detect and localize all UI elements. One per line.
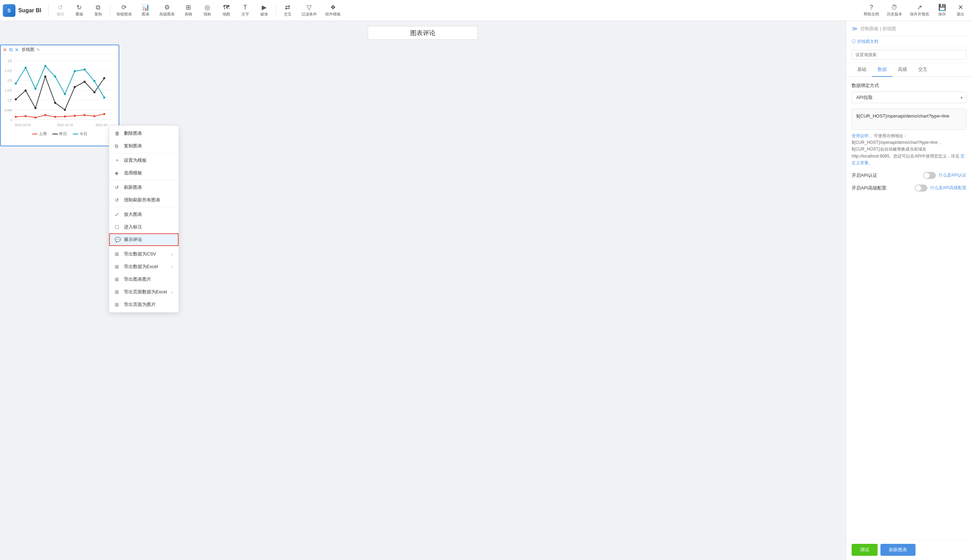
ctx-show-comments[interactable]: 💬 展示评论 bbox=[109, 233, 178, 246]
breadcrumb-current: 折线图 bbox=[882, 26, 896, 31]
ctx-expand-label: 放大图表 bbox=[124, 211, 142, 218]
tab-advanced[interactable]: 高级 bbox=[892, 63, 913, 77]
panel-expand-icon[interactable]: ≫ bbox=[852, 25, 858, 32]
api-advanced-link[interactable]: 什么是API高级配置 bbox=[930, 185, 966, 191]
canvas-area: ✕ ⧉ ✕ 折线图 ✎ bbox=[0, 21, 846, 560]
filter-label: 过滤条件 bbox=[302, 12, 317, 17]
export-csv-icon: ⊞ bbox=[115, 251, 120, 257]
ctx-delete-label: 删除图表 bbox=[124, 130, 142, 137]
widget-title: 折线图 bbox=[22, 47, 34, 53]
text-button[interactable]: T 文字 bbox=[237, 3, 254, 18]
svg-text:1万: 1万 bbox=[7, 98, 12, 102]
smart-chart-button[interactable]: ⟳ 智能图表 bbox=[113, 3, 135, 18]
tab-interact[interactable]: 交互 bbox=[913, 63, 933, 77]
svg-point-18 bbox=[25, 115, 27, 117]
ctx-force-refresh[interactable]: ↺ 强制刷新所有图表 bbox=[109, 194, 178, 206]
legend-dot-last-week bbox=[32, 134, 38, 134]
api-auth-toggle[interactable] bbox=[923, 172, 936, 179]
ctx-export-img-label: 导出图表图片 bbox=[124, 276, 151, 282]
widget-template-button[interactable]: ❖ 组件模板 bbox=[322, 3, 344, 18]
tab-basic[interactable]: 基础 bbox=[852, 63, 872, 77]
page-title-input[interactable] bbox=[368, 26, 478, 40]
search-input[interactable] bbox=[852, 50, 966, 60]
canvas-content[interactable]: ✕ ⧉ ✕ 折线图 ✎ bbox=[0, 45, 846, 560]
tab-data[interactable]: 数据 bbox=[872, 63, 892, 77]
export-page-img-icon: ⊞ bbox=[115, 302, 120, 307]
advanced-chart-label: 高级图表 bbox=[159, 12, 175, 17]
ctx-expand-chart[interactable]: ⤢ 放大图表 bbox=[109, 208, 178, 221]
exit-icon: ✕ bbox=[958, 4, 963, 10]
chart-icon: 📊 bbox=[142, 4, 150, 10]
export-excel-arrow: › bbox=[172, 264, 173, 270]
widget-duplicate-icon[interactable]: ⧉ bbox=[9, 47, 13, 53]
interact-button[interactable]: ⇄ 交互 bbox=[279, 3, 297, 18]
filter-button[interactable]: ▽ 过滤条件 bbox=[298, 3, 320, 18]
svg-point-38 bbox=[25, 67, 27, 69]
refresh-button[interactable]: 刷新图表 bbox=[880, 544, 915, 556]
ctx-export-excel[interactable]: ⊞ 导出数据为Excel › bbox=[109, 260, 178, 273]
svg-point-29 bbox=[34, 107, 37, 109]
advanced-chart-button[interactable]: ⚙ 高级图表 bbox=[156, 3, 178, 18]
undo-button[interactable]: ↺ 撤销 bbox=[52, 3, 69, 18]
breadcrumb-sep: | bbox=[880, 26, 882, 31]
redo-button[interactable]: ↻ 重做 bbox=[70, 3, 88, 18]
save-label: 保存 bbox=[938, 12, 946, 17]
ctx-use-template[interactable]: ◈ 选用模板 bbox=[109, 167, 178, 179]
api-url-box[interactable]: ${CUR_HOST}/openapi/demo/chart?type=line bbox=[852, 109, 966, 130]
advanced-chart-icon: ⚙ bbox=[164, 4, 170, 10]
test-button[interactable]: 调试 bbox=[852, 544, 878, 556]
ctx-set-template-label: 设置为模板 bbox=[124, 157, 147, 163]
chart-widget[interactable]: ✕ ⧉ ✕ 折线图 ✎ bbox=[0, 45, 119, 146]
ctx-refresh-chart[interactable]: ↺ 刷新图表 bbox=[109, 181, 178, 194]
chart-button[interactable]: 📊 图表 bbox=[137, 3, 154, 18]
copy-button[interactable]: ⧉ 复制 bbox=[90, 3, 107, 18]
metric-button[interactable]: ◎ 指标 bbox=[198, 3, 216, 18]
api-auth-link[interactable]: 什么是API认证 bbox=[939, 172, 966, 178]
toggle-knob bbox=[924, 173, 930, 178]
ctx-export-img[interactable]: ⊞ 导出图表图片 bbox=[109, 273, 178, 286]
api-auth-row: 开启API认证 什么是API认证 bbox=[852, 172, 966, 179]
panel-header: ≫ 控制面板 | 折线图 bbox=[846, 21, 972, 37]
ctx-copy-chart[interactable]: ⧉ 复制图表 bbox=[109, 140, 178, 152]
redo-label: 重做 bbox=[75, 12, 83, 17]
smart-chart-label: 智能图表 bbox=[117, 12, 132, 17]
panel-content: 数据绑定方式 API拉取 静态数据 数据集 ▾ ${CUR_HOST}/open… bbox=[846, 77, 972, 539]
ctx-delete-chart[interactable]: 🗑 删除图表 bbox=[109, 127, 178, 140]
ctx-export-csv[interactable]: ⊞ 导出数据为CSV › bbox=[109, 248, 178, 260]
svg-point-36 bbox=[103, 77, 105, 79]
ctx-show-comments-label: 展示评论 bbox=[124, 237, 142, 243]
metric-icon: ◎ bbox=[205, 4, 210, 10]
help-button[interactable]: ? 帮助文档 bbox=[860, 3, 882, 18]
widget-close-icon[interactable]: ✕ bbox=[3, 47, 7, 53]
svg-point-40 bbox=[44, 65, 46, 67]
table-button[interactable]: ⊞ 表格 bbox=[180, 3, 197, 18]
table-icon: ⊞ bbox=[186, 4, 191, 10]
map-button[interactable]: 🗺 地图 bbox=[218, 3, 235, 18]
ctx-export-page-excel[interactable]: ⊞ 导出页面数据为Excel › bbox=[109, 286, 178, 298]
right-panel: ≫ 控制面板 | 折线图 ⓘ 折线图文档 基础 数据 高级 交互 数据绑定方式 … bbox=[846, 21, 972, 560]
context-menu: 🗑 删除图表 ⧉ 复制图表 ＋ 设置为模板 ◈ 选用模板 bbox=[109, 125, 179, 313]
history-button[interactable]: ⏱ 历史版本 bbox=[883, 3, 906, 18]
export-excel-icon: ⊞ bbox=[115, 264, 120, 270]
ctx-set-template[interactable]: ＋ 设置为模板 bbox=[109, 154, 178, 167]
chart-svg: 3万 2.5万 2万 1.5万 1万 5,000 0 2022-10-03 20… bbox=[3, 57, 116, 127]
widget-minimize-icon[interactable]: ✕ bbox=[15, 47, 19, 53]
copy-label: 复制 bbox=[94, 12, 102, 17]
widget-edit-icon[interactable]: ✎ bbox=[37, 47, 40, 52]
chart-label: 图表 bbox=[142, 12, 150, 17]
save-preview-button[interactable]: ↗ 保存并预览 bbox=[906, 3, 933, 18]
save-button[interactable]: 💾 保存 bbox=[934, 3, 951, 18]
svg-point-39 bbox=[34, 88, 37, 90]
panel-actions: 调试 刷新图表 bbox=[846, 539, 972, 560]
app-title: Sugar BI bbox=[18, 7, 42, 14]
media-button[interactable]: ▶ 媒体 bbox=[255, 3, 273, 18]
svg-text:2万: 2万 bbox=[7, 79, 12, 82]
ctx-export-page-img[interactable]: ⊞ 导出页面为图片 bbox=[109, 298, 178, 311]
export-csv-arrow: › bbox=[172, 252, 173, 257]
exit-button[interactable]: ✕ 退出 bbox=[952, 3, 969, 18]
svg-point-26 bbox=[103, 113, 105, 115]
binding-select[interactable]: API拉取 静态数据 数据集 bbox=[852, 92, 966, 103]
api-advanced-toggle[interactable] bbox=[915, 185, 927, 192]
ctx-annotate[interactable]: ☐ 进入标注 bbox=[109, 221, 178, 233]
panel-doc-link[interactable]: ⓘ 折线图文档 bbox=[846, 37, 972, 47]
